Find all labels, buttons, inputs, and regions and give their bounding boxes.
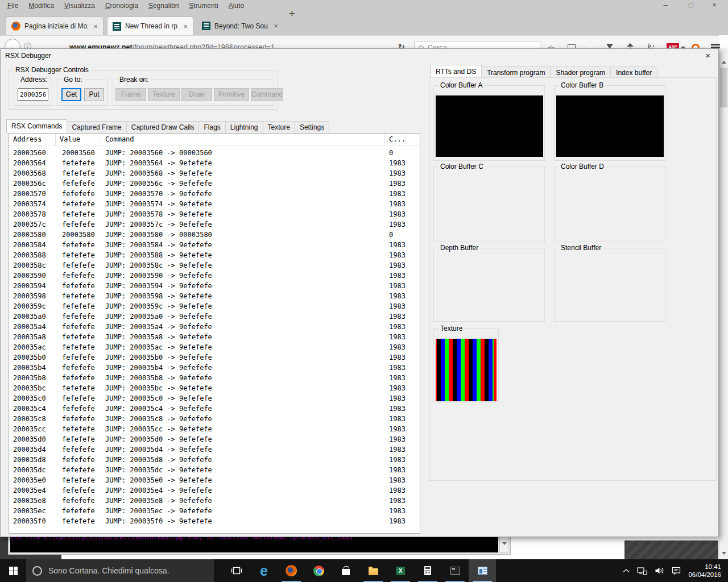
- table-row[interactable]: 200035e4 fefefefe JUMP: 200035e4 -> 9efe…: [9, 485, 420, 496]
- table-row[interactable]: 20003590 fefefefe JUMP: 20003590 -> 9efe…: [9, 271, 420, 281]
- column-header-address[interactable]: Address: [9, 134, 56, 145]
- table-row[interactable]: 200035a0 fefefefe JUMP: 200035a0 -> 9efe…: [9, 311, 420, 322]
- table-row[interactable]: 2000358c fefefefe JUMP: 2000358c -> 9efe…: [9, 260, 420, 271]
- table-row[interactable]: 2000359c fefefefe JUMP: 2000359c -> 9efe…: [9, 301, 420, 311]
- tab-texture[interactable]: Texture: [263, 121, 295, 133]
- table-row[interactable]: 200035cc fefefefe JUMP: 200035cc -> 9efe…: [9, 424, 420, 434]
- buffer-image-0[interactable]: [436, 95, 543, 157]
- table-row[interactable]: 200035e0 fefefefe JUMP: 200035e0 -> 9efe…: [9, 475, 420, 485]
- table-row[interactable]: 200035b8 fefefefe JUMP: 200035b8 -> 9efe…: [9, 373, 420, 383]
- table-row[interactable]: 200035d8 fefefefe JUMP: 200035d8 -> 9efe…: [9, 455, 420, 465]
- table-row[interactable]: 20003564 fefefefe JUMP: 20003564 -> 9efe…: [9, 158, 420, 168]
- table-row[interactable]: 200035d0 fefefefe JUMP: 200035d0 -> 9efe…: [9, 434, 420, 444]
- tab-captured-frame[interactable]: Captured Frame: [67, 121, 126, 133]
- new-tab-button[interactable]: +: [289, 8, 295, 20]
- table-row[interactable]: 200035c4 fefefefe JUMP: 200035c4 -> 9efe…: [9, 404, 420, 414]
- menu-item[interactable]: Segnalibri: [143, 2, 184, 10]
- volume-icon[interactable]: [655, 567, 664, 575]
- menu-item[interactable]: Visualizza: [59, 2, 100, 10]
- table-row[interactable]: 200035bc fefefefe JUMP: 200035bc -> 9efe…: [9, 383, 420, 393]
- tab-lightning[interactable]: Lightning: [225, 121, 263, 133]
- table-row[interactable]: 20003578 fefefefe JUMP: 20003578 -> 9efe…: [9, 209, 420, 219]
- maximize-icon[interactable]: □: [685, 1, 697, 9]
- texture-image[interactable]: [436, 339, 497, 401]
- menu-item[interactable]: Cronologia: [100, 2, 143, 10]
- taskbar-cmd-button[interactable]: [441, 559, 469, 582]
- task-view-button[interactable]: [223, 559, 250, 582]
- browser-tab-beyond[interactable]: Beyond: Two Soul [NPEA0... ×: [197, 16, 283, 35]
- tab-close-icon[interactable]: ×: [274, 22, 278, 30]
- table-row[interactable]: 200035ac fefefefe JUMP: 200035ac -> 9efe…: [9, 342, 420, 352]
- break-texture-button[interactable]: Texture: [148, 88, 180, 101]
- tab-captured-draw-calls[interactable]: Captured Draw Calls: [126, 121, 200, 133]
- table-row[interactable]: 200035f0 fefefefe JUMP: 200035f0 -> 9efe…: [9, 516, 420, 526]
- buffer-image-4[interactable]: [436, 258, 543, 319]
- column-header-command[interactable]: Command: [101, 134, 385, 145]
- table-row[interactable]: 200035c0 fefefefe JUMP: 200035c0 -> 9efe…: [9, 393, 420, 404]
- tab-transform-program[interactable]: Transform program: [481, 66, 551, 78]
- taskbar-chrome-button[interactable]: [305, 559, 332, 582]
- break-frame-button[interactable]: Frame: [115, 88, 146, 101]
- tab-flags[interactable]: Flags: [198, 121, 225, 133]
- table-row[interactable]: 200035c8 fefefefe JUMP: 200035c8 -> 9efe…: [9, 414, 420, 424]
- column-header-count[interactable]: C...: [385, 134, 406, 145]
- table-row[interactable]: 2000356c fefefefe JUMP: 2000356c -> 9efe…: [9, 178, 420, 189]
- column-header-value[interactable]: Value: [56, 134, 101, 145]
- scrollbar-up-icon[interactable]: [722, 61, 726, 64]
- table-row[interactable]: 20003584 fefefefe JUMP: 20003584 -> 9efe…: [9, 240, 420, 250]
- table-row[interactable]: 20003574 fefefefe JUMP: 20003574 -> 9efe…: [9, 199, 420, 209]
- scrollbar-down-icon[interactable]: [722, 552, 726, 555]
- close-icon[interactable]: ×: [709, 1, 720, 9]
- taskbar-edge-button[interactable]: e: [250, 559, 278, 582]
- table-row[interactable]: 200035ec fefefefe JUMP: 200035ec -> 9efe…: [9, 506, 420, 516]
- tab-close-icon[interactable]: ×: [183, 22, 188, 31]
- table-row[interactable]: 20003580 20003580 JUMP: 20003580 -> 0000…: [9, 230, 420, 240]
- table-row[interactable]: 200035b0 fefefefe JUMP: 200035b0 -> 9efe…: [9, 352, 420, 363]
- table-row[interactable]: 200035d4 fefefefe JUMP: 200035d4 -> 9efe…: [9, 444, 420, 455]
- menu-item[interactable]: File: [2, 2, 23, 10]
- table-row[interactable]: 20003588 fefefefe JUMP: 20003588 -> 9efe…: [9, 250, 420, 260]
- put-button[interactable]: Put: [84, 88, 104, 101]
- table-row[interactable]: 20003568 fefefefe JUMP: 20003568 -> 9efe…: [9, 168, 420, 178]
- browser-tab-home[interactable]: Pagina iniziale di Mozilla F... ×: [6, 16, 104, 35]
- menu-item[interactable]: Modifica: [23, 2, 59, 10]
- buffer-image-3[interactable]: [556, 177, 664, 238]
- buffer-image-5[interactable]: [556, 258, 664, 319]
- table-row[interactable]: 200035a8 fefefefe JUMP: 200035a8 -> 9efe…: [9, 332, 420, 342]
- table-row[interactable]: 2000357c fefefefe JUMP: 2000357c -> 9efe…: [9, 219, 420, 230]
- address-input[interactable]: [18, 88, 48, 101]
- table-row[interactable]: 200035b4 fefefefe JUMP: 200035b4 -> 9efe…: [9, 363, 420, 373]
- break-draw-button[interactable]: Draw: [181, 88, 212, 101]
- tab-close-icon[interactable]: ×: [93, 22, 98, 31]
- get-button[interactable]: Get: [61, 88, 81, 101]
- break-command-button[interactable]: Command: [251, 88, 283, 101]
- cortana-search-box[interactable]: Sono Cortana. Chiedimi qualcosa.: [26, 559, 214, 582]
- tab-settings[interactable]: Settings: [295, 121, 329, 133]
- break-primitive-button[interactable]: Primitive: [214, 88, 249, 101]
- taskbar-rsx-app-button[interactable]: [469, 559, 496, 582]
- notifications-icon[interactable]: [672, 567, 681, 575]
- table-row[interactable]: 20003594 fefefefe JUMP: 20003594 -> 9efe…: [9, 281, 420, 291]
- buffer-image-2[interactable]: [436, 177, 543, 238]
- page-scrollbar[interactable]: [719, 48, 728, 559]
- table-row[interactable]: 20003560 20003560 JUMP: 20003560 -> 0000…: [9, 148, 420, 158]
- table-row[interactable]: 200035e8 fefefefe JUMP: 200035e8 -> 9efe…: [9, 496, 420, 506]
- table-row[interactable]: 200035a4 fefefefe JUMP: 200035a4 -> 9efe…: [9, 322, 420, 332]
- minimize-icon[interactable]: –: [660, 1, 671, 9]
- menu-item[interactable]: Strumenti: [184, 2, 223, 10]
- tab-index-buffer[interactable]: Index buffer: [610, 66, 657, 78]
- table-row[interactable]: 20003598 fefefefe JUMP: 20003598 -> 9efe…: [9, 291, 420, 301]
- taskbar-excel-button[interactable]: X: [387, 559, 414, 582]
- taskbar-firefox-button[interactable]: [278, 559, 305, 582]
- taskbar-clock[interactable]: 10:41 06/04/2016: [688, 563, 721, 579]
- window-close-icon[interactable]: ×: [703, 51, 713, 60]
- network-icon[interactable]: [637, 567, 647, 575]
- taskbar-store-button[interactable]: [332, 559, 359, 582]
- buffer-image-1[interactable]: [556, 95, 664, 157]
- tray-expand-icon[interactable]: [623, 568, 630, 573]
- tab-rsx-commands[interactable]: RSX Commands: [6, 119, 67, 133]
- console-scroll-down-icon[interactable]: [502, 542, 507, 545]
- browser-tab-newthread[interactable]: New Thread in rpcs3 - Co... ×: [107, 16, 193, 35]
- scrollbar-thumb[interactable]: [720, 68, 727, 107]
- table-row[interactable]: 20003570 fefefefe JUMP: 20003570 -> 9efe…: [9, 189, 420, 199]
